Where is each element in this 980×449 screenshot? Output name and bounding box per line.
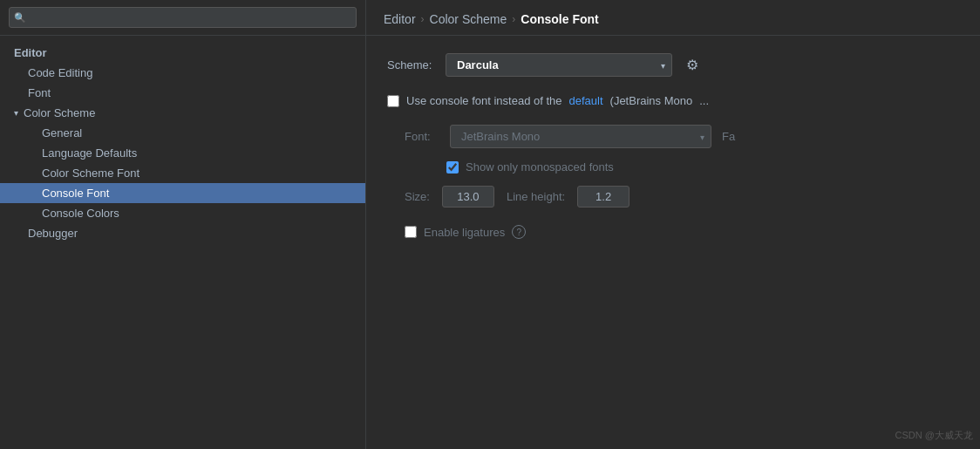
scheme-label: Scheme: bbox=[387, 58, 435, 71]
sidebar-item-console-colors[interactable]: Console Colors bbox=[0, 203, 365, 223]
help-icon[interactable]: ? bbox=[512, 225, 526, 239]
font-dropdown[interactable]: JetBrains Mono bbox=[450, 125, 711, 148]
watermark: CSDN @大威天龙 bbox=[895, 429, 973, 442]
default-link[interactable]: default bbox=[569, 94, 603, 107]
monospaced-row: Show only monospaced fonts bbox=[387, 160, 959, 173]
ellipsis-text: ... bbox=[699, 94, 709, 107]
breadcrumb-editor: Editor bbox=[384, 12, 416, 26]
sidebar-item-general[interactable]: General bbox=[0, 123, 365, 143]
use-console-font-checkbox[interactable] bbox=[387, 95, 399, 107]
sidebar-item-font[interactable]: Font bbox=[0, 83, 365, 103]
expand-arrow-icon: ▾ bbox=[14, 108, 18, 118]
sidebar-item-language-defaults[interactable]: Language Defaults bbox=[0, 143, 365, 163]
breadcrumb-sep-1: › bbox=[421, 13, 425, 25]
font-row: Font: JetBrains Mono ▾ Fa bbox=[387, 125, 959, 148]
sidebar-item-color-scheme-font[interactable]: Color Scheme Font bbox=[0, 163, 365, 183]
font-dropdown-wrapper: JetBrains Mono ▾ bbox=[450, 125, 711, 148]
settings-content-area: Scheme: Darcula Default High Contrast ▾ … bbox=[366, 36, 980, 449]
scheme-dropdown-wrapper: Darcula Default High Contrast ▾ bbox=[446, 53, 672, 77]
use-console-font-label: Use console font instead of the bbox=[406, 94, 562, 107]
sidebar-item-code-editing[interactable]: Code Editing bbox=[0, 63, 365, 83]
font-label: Font: bbox=[405, 130, 439, 143]
sidebar-item-color-scheme[interactable]: ▾ Color Scheme bbox=[0, 103, 365, 123]
search-bar: 🔍 bbox=[0, 0, 365, 36]
breadcrumb-console-font: Console Font bbox=[521, 12, 598, 26]
ligatures-row: Enable ligatures ? bbox=[387, 225, 959, 239]
scheme-row: Scheme: Darcula Default High Contrast ▾ … bbox=[387, 53, 959, 77]
sidebar-item-console-font[interactable]: Console Font bbox=[0, 183, 365, 203]
search-icon: 🔍 bbox=[14, 12, 26, 24]
fa-label: Fa bbox=[722, 130, 735, 143]
sidebar-section-editor: Editor bbox=[0, 43, 365, 63]
breadcrumb-color-scheme: Color Scheme bbox=[430, 12, 507, 26]
use-console-font-row: Use console font instead of the default … bbox=[387, 94, 959, 107]
jetbrains-mono-text: (JetBrains Mono bbox=[610, 94, 693, 107]
sidebar: 🔍 Editor Code Editing Font ▾ Color Schem… bbox=[0, 0, 366, 449]
gear-button[interactable]: ⚙ bbox=[683, 53, 702, 77]
monospaced-label: Show only monospaced fonts bbox=[466, 160, 614, 173]
size-input[interactable] bbox=[442, 186, 494, 207]
gear-icon: ⚙ bbox=[686, 58, 698, 72]
main-content: Editor › Color Scheme › Console Font Sch… bbox=[366, 0, 980, 449]
ligatures-checkbox[interactable] bbox=[405, 226, 417, 238]
size-label: Size: bbox=[405, 190, 430, 203]
sidebar-content: Editor Code Editing Font ▾ Color Scheme … bbox=[0, 36, 365, 449]
search-wrapper: 🔍 bbox=[9, 7, 357, 28]
ligatures-label: Enable ligatures bbox=[424, 226, 505, 239]
breadcrumb-sep-2: › bbox=[512, 13, 515, 25]
search-input[interactable] bbox=[9, 7, 357, 28]
monospaced-checkbox[interactable] bbox=[446, 161, 459, 173]
size-row: Size: Line height: bbox=[387, 186, 959, 207]
scheme-dropdown[interactable]: Darcula Default High Contrast bbox=[446, 53, 672, 77]
line-height-label: Line height: bbox=[507, 190, 565, 203]
line-height-input[interactable] bbox=[577, 186, 630, 207]
breadcrumb: Editor › Color Scheme › Console Font bbox=[366, 0, 980, 36]
sidebar-item-debugger[interactable]: Debugger bbox=[0, 223, 365, 243]
